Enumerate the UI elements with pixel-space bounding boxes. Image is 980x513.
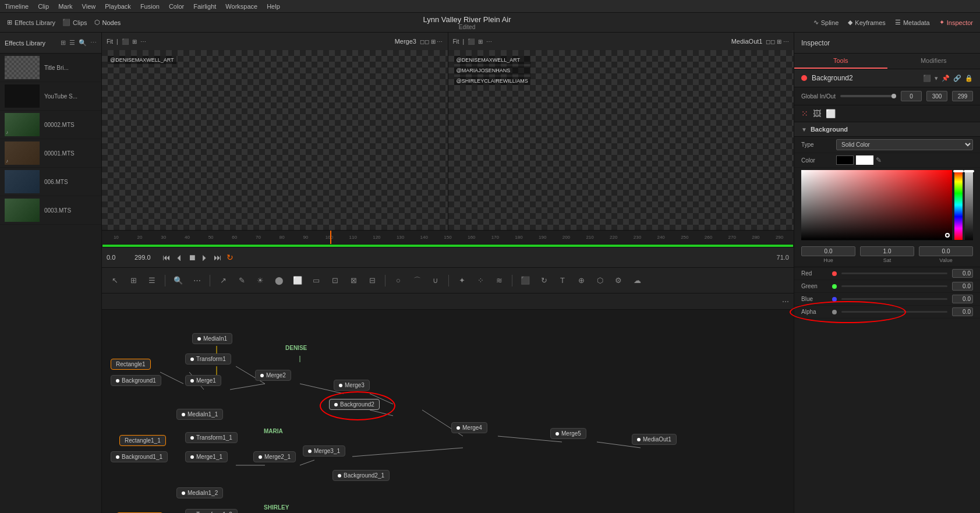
left-viewer-icon1[interactable]: ⬛: [122, 38, 129, 45]
points-icon[interactable]: ⁙: [801, 109, 808, 118]
node-editor-more[interactable]: ⋯: [782, 298, 789, 306]
search-icon[interactable]: 🔍: [79, 39, 87, 47]
alpha-value[interactable]: 0.0: [952, 307, 973, 316]
list-item[interactable]: 006.MTS: [0, 168, 101, 196]
node-merge3-1[interactable]: Merge3_1: [303, 445, 345, 457]
background-section-header[interactable]: ▼ Background: [794, 122, 980, 137]
node-mediain1-2[interactable]: MediaIn1_2: [176, 487, 223, 498]
shape-icon[interactable]: ⬜: [826, 109, 836, 118]
tool-box[interactable]: ⬛: [517, 273, 533, 289]
node-mediaout1[interactable]: MediaOut1: [632, 434, 677, 445]
loop-btn[interactable]: ↻: [227, 253, 233, 262]
node-merge1-1[interactable]: Merge1_1: [185, 451, 228, 462]
node-merge2-1[interactable]: Merge2_1: [253, 451, 296, 462]
go-to-start-btn[interactable]: ⏮: [162, 253, 171, 262]
tool-cloud[interactable]: ☁: [629, 273, 645, 289]
playhead[interactable]: [330, 231, 331, 244]
color-hue-bar[interactable]: [954, 170, 963, 240]
list-item[interactable]: ♪ 00002.MTS: [0, 111, 101, 139]
metadata-btn[interactable]: ☰ Metadata: [895, 19, 930, 26]
node-mediain1-1[interactable]: MediaIn1_1: [176, 409, 223, 420]
node-transform1-1[interactable]: Transform1_1: [185, 432, 238, 443]
tool-mask[interactable]: ⊕: [573, 273, 589, 289]
color-picker[interactable]: [801, 170, 973, 240]
tool-transform[interactable]: ⊠: [345, 273, 362, 289]
global-in-value[interactable]: 0: [901, 91, 922, 101]
node-merge2[interactable]: Merge2: [255, 370, 291, 381]
clips-btn[interactable]: ⬛ Clips: [62, 19, 87, 26]
tool-text[interactable]: T: [554, 273, 571, 289]
color-alpha-bar[interactable]: [965, 170, 973, 240]
color-swatch-black[interactable]: [836, 155, 854, 165]
node-pin-icon[interactable]: 📌: [942, 75, 950, 82]
color-edit-icon[interactable]: ✎: [876, 156, 882, 164]
menu-view[interactable]: View: [82, 3, 96, 10]
node-transform1[interactable]: Transform1: [185, 353, 231, 365]
node-merge1[interactable]: Merge1: [185, 375, 221, 386]
left-viewer-icon2[interactable]: ⊞: [132, 38, 137, 45]
tool-search[interactable]: 🔍: [170, 273, 186, 289]
node-background1-1[interactable]: Background1_1: [111, 451, 168, 462]
global-end-value[interactable]: 299: [952, 91, 973, 101]
tool-brush[interactable]: ✎: [233, 273, 250, 289]
menu-help[interactable]: Help: [267, 3, 280, 10]
menu-playback[interactable]: Playback: [105, 3, 131, 10]
node-rectangle1[interactable]: Rectangle1: [111, 359, 151, 370]
node-background1[interactable]: Background1: [111, 375, 161, 386]
prev-frame-btn[interactable]: ⏴: [175, 253, 183, 262]
node-color-icon[interactable]: ⬛: [923, 75, 931, 82]
keyframes-btn[interactable]: ◆ Keyframes: [848, 19, 886, 26]
tool-paint[interactable]: ⬤: [271, 273, 287, 289]
tool-select[interactable]: ↖: [107, 273, 123, 289]
tool-stamp[interactable]: ⊡: [327, 273, 343, 289]
play-btn[interactable]: ⏵: [201, 253, 209, 262]
type-select[interactable]: Solid Color: [836, 139, 973, 150]
right-viewer-icon1[interactable]: ⬛: [468, 38, 475, 45]
tool-brightness[interactable]: ☀: [252, 273, 268, 289]
node-merge3[interactable]: Merge3: [334, 380, 370, 391]
node-rectangle1-1[interactable]: Rectangle1_1: [119, 435, 166, 446]
menu-mark[interactable]: Mark: [58, 3, 72, 10]
tool-warp[interactable]: ≋: [491, 273, 507, 289]
list-item[interactable]: Title Bri...: [0, 54, 101, 82]
tool-effects[interactable]: ⚙: [610, 273, 627, 289]
hue-input[interactable]: [801, 246, 855, 256]
list-item[interactable]: YouTube S...: [0, 82, 101, 111]
tool-scatter[interactable]: ⁘: [472, 273, 489, 289]
value-input[interactable]: [919, 246, 973, 256]
tab-modifiers[interactable]: Modifiers: [887, 54, 981, 69]
tool-polygon[interactable]: ⬜: [289, 273, 306, 289]
right-viewer-more[interactable]: ⋯: [486, 38, 492, 45]
green-slider-track[interactable]: [841, 285, 947, 287]
tool-3d[interactable]: ⬡: [592, 273, 608, 289]
global-inout-knob[interactable]: [891, 94, 896, 98]
tool-grid[interactable]: ⊞: [125, 273, 141, 289]
tool-rect[interactable]: ▭: [308, 273, 324, 289]
effects-library-btn[interactable]: ⊞ Effects Library: [7, 19, 55, 26]
color-swatch-white[interactable]: [856, 155, 873, 165]
node-transform1-2[interactable]: Transform1_2: [185, 509, 238, 513]
tool-curve[interactable]: ⌒: [409, 273, 425, 289]
list-view-icon[interactable]: ☰: [69, 39, 75, 47]
tab-tools[interactable]: Tools: [794, 54, 887, 69]
node-editor[interactable]: ⋯: [102, 293, 794, 513]
more-icon[interactable]: ⋯: [90, 39, 97, 47]
left-viewer-fit[interactable]: Fit: [107, 38, 113, 45]
menu-workspace[interactable]: Workspace: [225, 3, 257, 10]
list-item[interactable]: 0003.MTS: [0, 196, 101, 225]
right-viewer-fit[interactable]: Fit: [453, 38, 459, 45]
inspector-btn[interactable]: ✦ Inspector: [939, 19, 973, 26]
left-viewer-more[interactable]: ⋯: [140, 38, 146, 45]
node-background2[interactable]: Background2: [329, 399, 380, 410]
node-merge4[interactable]: Merge4: [451, 422, 487, 433]
global-inout-slider[interactable]: [840, 95, 896, 97]
nodes-btn[interactable]: ⬡ Nodes: [94, 19, 121, 26]
menu-clip[interactable]: Clip: [38, 3, 49, 10]
tool-particle[interactable]: ✦: [454, 273, 470, 289]
alpha-slider-track[interactable]: [841, 311, 947, 313]
list-item[interactable]: ♪ 00001.MTS: [0, 139, 101, 168]
menu-fairlight[interactable]: Fairlight: [193, 3, 216, 10]
left-viewer-content[interactable]: @DENISEMAXWELL_ART: [102, 50, 448, 230]
right-viewer-icon2[interactable]: ⊞: [478, 38, 483, 45]
menu-color[interactable]: Color: [169, 3, 184, 10]
